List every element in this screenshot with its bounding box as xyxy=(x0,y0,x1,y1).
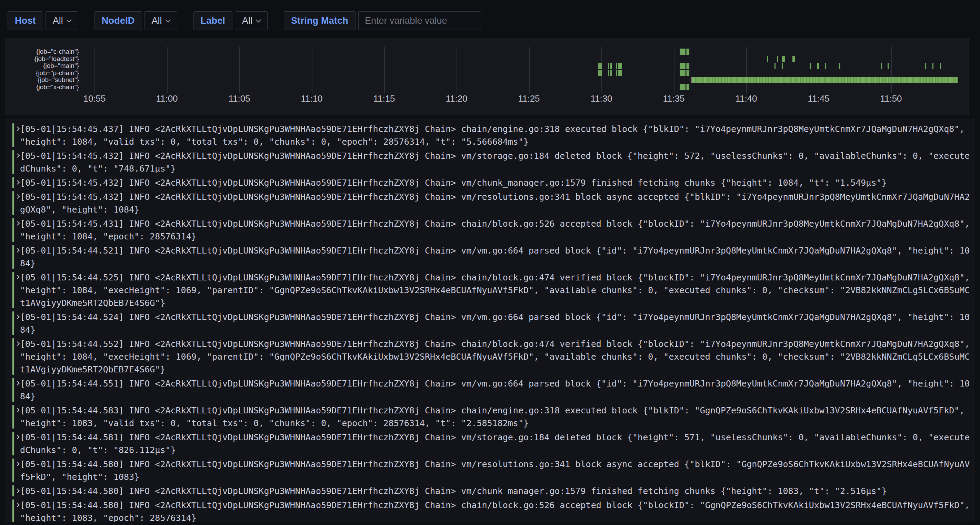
nodeid-label: NodeID xyxy=(94,11,142,30)
axis-tick-label: 11:20 xyxy=(445,94,467,104)
host-dropdown[interactable]: All xyxy=(46,11,78,30)
log-level-indicator xyxy=(13,458,14,482)
host-dropdown-value: All xyxy=(53,16,63,26)
log-row[interactable]: [05-01|15:54:44.580] INFO <2AcRkXTLLtQjv… xyxy=(5,485,975,498)
job-label: {job="loadtest"} xyxy=(5,56,79,62)
log-row[interactable]: [05-01|15:54:44.552] INFO <2AcRkXTLLtQjv… xyxy=(5,338,975,376)
volume-tick xyxy=(687,49,688,55)
expand-chevron-icon[interactable] xyxy=(15,435,20,439)
log-row[interactable]: [05-01|15:54:45.437] INFO <2AcRkXTLLtQjv… xyxy=(5,123,975,148)
log-row[interactable]: [05-01|15:54:45.432] INFO <2AcRkXTLLtQjv… xyxy=(5,190,975,216)
job-label: {job="main"} xyxy=(5,62,79,69)
volume-tick xyxy=(818,63,819,69)
volume-tick xyxy=(888,63,889,69)
log-row[interactable]: [05-01|15:54:45.432] INFO <2AcRkXTLLtQjv… xyxy=(5,176,975,189)
job-label: {job="subnet"} xyxy=(5,76,79,83)
log-volume-panel: {job="c-chain"}{job="loadtest"}{job="mai… xyxy=(5,38,969,115)
expand-chevron-icon[interactable] xyxy=(15,153,20,158)
volume-tick xyxy=(608,70,609,76)
axis-tick-label: 11:35 xyxy=(663,94,684,104)
volume-bar-cap xyxy=(691,77,692,83)
expand-chevron-icon[interactable] xyxy=(15,489,20,493)
log-row[interactable]: [05-01|15:54:44.521] INFO <2AcRkXTLLtQjv… xyxy=(5,244,975,270)
log-message: [05-01|15:54:44.581] INFO <2AcRkXTLLtQjv… xyxy=(20,431,970,457)
expand-chevron-icon[interactable] xyxy=(15,248,20,252)
log-level-indicator xyxy=(13,123,14,147)
log-level-indicator xyxy=(13,245,14,269)
volume-tick xyxy=(690,70,690,76)
log-level-indicator xyxy=(13,191,14,215)
volume-tick xyxy=(618,63,622,69)
nodeid-dropdown[interactable]: All xyxy=(145,11,177,30)
volume-tick xyxy=(600,70,602,76)
log-row[interactable]: [05-01|15:54:44.524] INFO <2AcRkXTLLtQjv… xyxy=(5,311,975,336)
expand-chevron-icon[interactable] xyxy=(15,462,20,466)
logs-list: [05-01|15:54:45.437] INFO <2AcRkXTLLtQjv… xyxy=(5,123,975,522)
axis-tick-label: 11:05 xyxy=(228,94,250,104)
x-gridline xyxy=(891,47,892,93)
log-message: [05-01|15:54:45.432] INFO <2AcRkXTLLtQjv… xyxy=(20,149,970,175)
volume-tick xyxy=(686,70,687,76)
volume-tick xyxy=(881,63,882,69)
volume-tick xyxy=(688,63,689,69)
label-dropdown-value: All xyxy=(242,16,252,26)
expand-chevron-icon[interactable] xyxy=(15,314,20,319)
x-gridline xyxy=(819,47,819,93)
volume-tick xyxy=(608,63,609,69)
expand-chevron-icon[interactable] xyxy=(15,408,20,412)
log-level-indicator xyxy=(13,485,14,496)
log-row[interactable]: [05-01|15:54:45.431] INFO <2AcRkXTLLtQjv… xyxy=(5,217,975,243)
expand-chevron-icon[interactable] xyxy=(15,221,20,226)
volume-tick xyxy=(690,84,690,90)
log-message: [05-01|15:54:45.431] INFO <2AcRkXTLLtQjv… xyxy=(20,217,970,243)
log-level-indicator xyxy=(13,338,14,375)
volume-tick xyxy=(839,63,840,69)
volume-tick xyxy=(810,63,811,69)
label-label: Label xyxy=(193,11,233,30)
logs-panel: [05-01|15:54:45.437] INFO <2AcRkXTLLtQjv… xyxy=(5,119,975,522)
log-row[interactable]: [05-01|15:54:44.525] INFO <2AcRkXTLLtQjv… xyxy=(5,271,975,309)
volume-tick xyxy=(792,56,795,62)
variables-toolbar: Host All NodeID All Label All xyxy=(8,11,497,30)
volume-tick xyxy=(610,63,612,69)
log-row[interactable]: [05-01|15:54:44.580] INFO <2AcRkXTLLtQjv… xyxy=(5,458,975,483)
chevron-down-icon xyxy=(67,17,72,22)
string-match-input[interactable] xyxy=(358,11,481,30)
log-row[interactable]: [05-01|15:54:44.581] INFO <2AcRkXTLLtQjv… xyxy=(5,431,975,457)
volume-tick xyxy=(817,63,818,69)
chevron-down-icon xyxy=(256,17,261,22)
expand-chevron-icon[interactable] xyxy=(15,127,20,131)
log-level-indicator xyxy=(13,405,14,428)
expand-chevron-icon[interactable] xyxy=(15,503,20,507)
log-row[interactable]: [05-01|15:54:44.551] INFO <2AcRkXTLLtQjv… xyxy=(5,377,975,403)
x-gridline xyxy=(529,47,530,93)
log-message: [05-01|15:54:44.551] INFO <2AcRkXTLLtQjv… xyxy=(20,377,970,403)
log-message: [05-01|15:54:45.432] INFO <2AcRkXTLLtQjv… xyxy=(20,176,970,189)
volume-tick xyxy=(940,63,941,69)
expand-chevron-icon[interactable] xyxy=(15,381,20,385)
expand-chevron-icon[interactable] xyxy=(15,341,20,346)
expand-chevron-icon[interactable] xyxy=(15,180,20,185)
volume-tick xyxy=(825,63,826,69)
x-gridline xyxy=(239,47,240,93)
expand-chevron-icon[interactable] xyxy=(15,275,20,279)
volume-tick xyxy=(680,49,685,55)
volume-tick xyxy=(600,63,602,69)
log-row[interactable]: [05-01|15:54:44.580] INFO <2AcRkXTLLtQjv… xyxy=(5,499,975,522)
log-row[interactable]: [05-01|15:54:45.432] INFO <2AcRkXTLLtQjv… xyxy=(5,149,975,175)
volume-tick xyxy=(610,70,612,76)
log-row[interactable]: [05-01|15:54:44.583] INFO <2AcRkXTLLtQjv… xyxy=(5,404,975,430)
log-level-indicator xyxy=(13,500,14,522)
volume-tick xyxy=(925,63,926,69)
label-label-text: Label xyxy=(201,16,226,26)
expand-chevron-icon[interactable] xyxy=(15,194,20,199)
volume-tick xyxy=(690,63,690,69)
volume-tick xyxy=(680,63,685,69)
axis-tick-label: 11:30 xyxy=(590,94,612,104)
volume-tick xyxy=(782,56,783,62)
volume-tick xyxy=(680,70,685,76)
string-match-label: String Match xyxy=(284,11,356,30)
log-message: [05-01|15:54:44.580] INFO <2AcRkXTLLtQjv… xyxy=(20,499,970,522)
x-gridline xyxy=(167,47,168,93)
label-dropdown[interactable]: All xyxy=(235,11,267,30)
